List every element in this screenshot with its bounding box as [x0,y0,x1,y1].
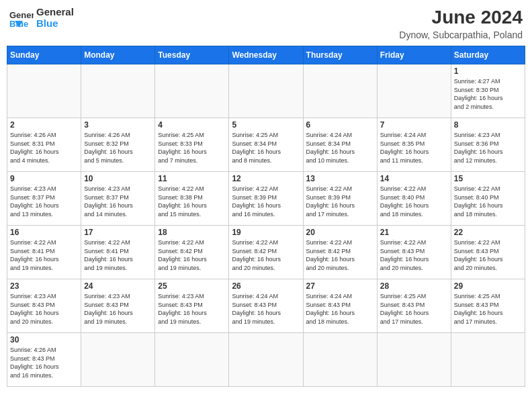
day-number: 27 [306,281,374,291]
day-info: Sunrise: 4:22 AM Sunset: 8:40 PM Dayligh… [454,185,522,218]
calendar-day-cell: 25Sunrise: 4:23 AM Sunset: 8:43 PM Dayli… [155,279,229,333]
day-info: Sunrise: 4:24 AM Sunset: 8:35 PM Dayligh… [380,131,448,165]
day-number: 11 [158,174,226,183]
day-number: 21 [380,228,448,237]
day-info: Sunrise: 4:24 AM Sunset: 8:34 PM Dayligh… [306,131,374,165]
calendar-day-cell: 14Sunrise: 4:22 AM Sunset: 8:40 PM Dayli… [377,172,451,226]
calendar-day-cell [229,64,303,118]
main-title: June 2024 [399,7,523,28]
day-number: 10 [84,174,152,183]
day-number: 8 [454,120,522,130]
calendar-table: SundayMondayTuesdayWednesdayThursdayFrid… [7,46,525,387]
day-number: 25 [158,281,226,291]
calendar-day-cell: 22Sunrise: 4:22 AM Sunset: 8:43 PM Dayli… [451,226,525,279]
day-info: Sunrise: 4:22 AM Sunset: 8:39 PM Dayligh… [306,185,374,218]
weekday-header: Thursday [303,46,377,64]
calendar-day-cell [377,64,451,118]
calendar-day-cell [303,333,377,387]
day-number: 16 [10,228,78,237]
weekday-header-row: SundayMondayTuesdayWednesdayThursdayFrid… [7,46,525,64]
calendar-day-cell: 11Sunrise: 4:22 AM Sunset: 8:38 PM Dayli… [155,172,229,226]
day-number: 22 [454,228,522,237]
calendar-week-row: 16Sunrise: 4:22 AM Sunset: 8:41 PM Dayli… [7,226,525,279]
calendar-day-cell [155,333,229,387]
day-info: Sunrise: 4:22 AM Sunset: 8:38 PM Dayligh… [158,185,226,218]
calendar-day-cell [155,64,229,118]
day-info: Sunrise: 4:26 AM Sunset: 8:31 PM Dayligh… [10,131,78,165]
calendar-day-cell: 23Sunrise: 4:23 AM Sunset: 8:43 PM Dayli… [7,279,81,333]
day-info: Sunrise: 4:25 AM Sunset: 8:34 PM Dayligh… [232,131,300,165]
day-number: 19 [232,228,300,237]
day-number: 14 [380,174,448,183]
calendar-day-cell: 12Sunrise: 4:22 AM Sunset: 8:39 PM Dayli… [229,172,303,226]
calendar-week-row: 2Sunrise: 4:26 AM Sunset: 8:31 PM Daylig… [7,118,525,172]
day-info: Sunrise: 4:22 AM Sunset: 8:39 PM Dayligh… [232,185,300,218]
calendar-day-cell: 15Sunrise: 4:22 AM Sunset: 8:40 PM Dayli… [451,172,525,226]
day-number: 23 [10,281,78,291]
day-number: 29 [454,281,522,291]
logo-icon: General Blue [9,9,34,28]
day-number: 17 [84,228,152,237]
calendar-day-cell: 3Sunrise: 4:26 AM Sunset: 8:32 PM Daylig… [81,118,155,172]
calendar-day-cell [7,64,81,118]
calendar-day-cell: 5Sunrise: 4:25 AM Sunset: 8:34 PM Daylig… [229,118,303,172]
calendar-day-cell: 4Sunrise: 4:25 AM Sunset: 8:33 PM Daylig… [155,118,229,172]
calendar-day-cell: 29Sunrise: 4:25 AM Sunset: 8:43 PM Dayli… [451,279,525,333]
day-info: Sunrise: 4:22 AM Sunset: 8:42 PM Dayligh… [306,238,374,272]
day-number: 4 [158,120,226,130]
day-info: Sunrise: 4:22 AM Sunset: 8:41 PM Dayligh… [10,238,78,272]
calendar-day-cell: 10Sunrise: 4:23 AM Sunset: 8:37 PM Dayli… [81,172,155,226]
calendar-day-cell [229,333,303,387]
day-info: Sunrise: 4:22 AM Sunset: 8:40 PM Dayligh… [380,185,448,218]
day-info: Sunrise: 4:24 AM Sunset: 8:43 PM Dayligh… [232,292,300,326]
day-info: Sunrise: 4:23 AM Sunset: 8:37 PM Dayligh… [84,185,152,218]
calendar-day-cell: 6Sunrise: 4:24 AM Sunset: 8:34 PM Daylig… [303,118,377,172]
calendar-week-row: 9Sunrise: 4:23 AM Sunset: 8:37 PM Daylig… [7,172,525,226]
svg-text:Blue: Blue [9,19,28,28]
day-info: Sunrise: 4:22 AM Sunset: 8:42 PM Dayligh… [158,238,226,272]
calendar-day-cell: 1Sunrise: 4:27 AM Sunset: 8:30 PM Daylig… [451,64,525,118]
day-info: Sunrise: 4:23 AM Sunset: 8:43 PM Dayligh… [10,292,78,326]
day-info: Sunrise: 4:26 AM Sunset: 8:43 PM Dayligh… [10,346,78,379]
day-info: Sunrise: 4:22 AM Sunset: 8:43 PM Dayligh… [454,238,522,272]
day-number: 20 [306,228,374,237]
calendar-day-cell [303,64,377,118]
logo-general: General [36,7,74,18]
day-number: 7 [380,120,448,130]
day-info: Sunrise: 4:22 AM Sunset: 8:41 PM Dayligh… [84,238,152,272]
calendar-day-cell [81,333,155,387]
calendar-day-cell: 28Sunrise: 4:25 AM Sunset: 8:43 PM Dayli… [377,279,451,333]
day-info: Sunrise: 4:22 AM Sunset: 8:42 PM Dayligh… [232,238,300,272]
day-info: Sunrise: 4:25 AM Sunset: 8:43 PM Dayligh… [454,292,522,326]
page-header: General Blue General Blue June 2024 Dyno… [7,7,525,40]
day-info: Sunrise: 4:24 AM Sunset: 8:43 PM Dayligh… [306,292,374,326]
day-number: 3 [84,120,152,130]
day-info: Sunrise: 4:25 AM Sunset: 8:33 PM Dayligh… [158,131,226,165]
calendar-day-cell: 21Sunrise: 4:22 AM Sunset: 8:43 PM Dayli… [377,226,451,279]
calendar-day-cell [81,64,155,118]
day-number: 5 [232,120,300,130]
calendar-day-cell: 13Sunrise: 4:22 AM Sunset: 8:39 PM Dayli… [303,172,377,226]
calendar-day-cell [377,333,451,387]
logo: General Blue General Blue [9,7,74,29]
day-info: Sunrise: 4:23 AM Sunset: 8:43 PM Dayligh… [158,292,226,326]
calendar-day-cell: 17Sunrise: 4:22 AM Sunset: 8:41 PM Dayli… [81,226,155,279]
subtitle: Dynow, Subcarpathia, Poland [399,30,523,40]
weekday-header: Monday [81,46,155,64]
day-number: 9 [10,174,78,183]
day-info: Sunrise: 4:23 AM Sunset: 8:37 PM Dayligh… [10,185,78,218]
calendar-day-cell: 27Sunrise: 4:24 AM Sunset: 8:43 PM Dayli… [303,279,377,333]
day-number: 15 [454,174,522,183]
calendar-day-cell: 20Sunrise: 4:22 AM Sunset: 8:42 PM Dayli… [303,226,377,279]
day-number: 6 [306,120,374,130]
day-info: Sunrise: 4:22 AM Sunset: 8:43 PM Dayligh… [380,238,448,272]
title-area: June 2024 Dynow, Subcarpathia, Poland [399,7,523,40]
calendar-week-row: 23Sunrise: 4:23 AM Sunset: 8:43 PM Dayli… [7,279,525,333]
weekday-header: Saturday [451,46,525,64]
day-number: 30 [10,335,78,345]
day-number: 18 [158,228,226,237]
calendar-day-cell: 16Sunrise: 4:22 AM Sunset: 8:41 PM Dayli… [7,226,81,279]
day-number: 1 [454,66,522,76]
weekday-header: Tuesday [155,46,229,64]
calendar-week-row: 1Sunrise: 4:27 AM Sunset: 8:30 PM Daylig… [7,64,525,118]
